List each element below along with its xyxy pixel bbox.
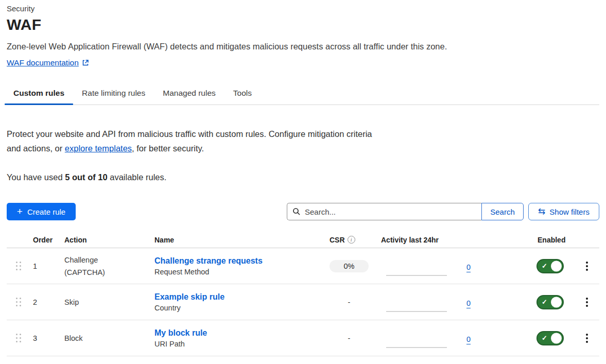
doc-link-label: WAF documentation [7,58,79,67]
show-filters-label: Show filters [549,207,590,216]
waf-tabs: Custom rules Rate limiting rules Managed… [5,85,599,105]
create-rule-label: Create rule [27,207,65,216]
rule-order: 3 [33,334,64,342]
rule-row-3: 3 Block My block rule URI Path - 0 ✓ [7,320,599,356]
rule-name-link[interactable]: Challenge strange requests [154,256,263,266]
rule-criteria: Request Method [154,268,324,276]
explore-templates-link[interactable]: explore templates [65,144,132,153]
check-icon: ✓ [542,298,547,306]
rules-toolbar: + Create rule Search ⇆ Show filt [7,203,599,220]
search-group: Search [287,203,524,220]
activity-sparkline [386,275,447,276]
check-icon: ✓ [542,262,547,270]
table-header-row: Order Action Name CSR i Activity last 24… [7,232,599,248]
custom-rules-table: Order Action Name CSR i Activity last 24… [7,232,599,356]
csr-empty: - [330,298,369,306]
rule-action: Skip [64,296,121,308]
waf-page: Security WAF Zone-level Web Application … [0,0,606,356]
rule-action: Challenge (CAPTCHA) [64,254,121,279]
rule-action: Block [64,332,121,344]
rule-enabled-toggle[interactable]: ✓ [536,295,564,309]
rule-name-link[interactable]: My block rule [154,328,207,338]
search-input[interactable] [287,203,481,220]
usage-text-after: available rules. [108,172,167,182]
rule-enabled-toggle[interactable]: ✓ [536,259,564,273]
row-menu-kebab-icon[interactable] [584,259,590,273]
page-title: WAF [7,16,599,33]
toggle-knob [551,297,562,307]
rule-enabled-toggle[interactable]: ✓ [536,331,564,345]
csr-info-icon[interactable]: i [348,236,355,244]
rule-order: 1 [33,262,64,270]
drag-handle-icon[interactable] [16,298,21,306]
rule-name-link[interactable]: Example skip rule [154,292,224,302]
plus-icon: + [17,206,23,216]
rule-order: 2 [33,298,64,306]
col-header-enabled: Enabled [538,236,581,244]
rule-row-1: 1 Challenge (CAPTCHA) Challenge strange … [7,248,599,284]
swap-arrows-icon: ⇆ [538,207,545,216]
custom-rules-intro: Protect your website and API from malici… [7,127,388,155]
waf-documentation-link[interactable]: WAF documentation [7,58,89,67]
col-header-order: Order [33,236,64,244]
toggle-knob [551,333,562,343]
row-menu-kebab-icon[interactable] [584,296,590,309]
external-link-icon [82,59,89,66]
check-icon: ✓ [542,334,547,342]
activity-count-link[interactable]: 0 [466,335,471,344]
drag-handle-icon[interactable] [16,334,21,342]
col-header-csr: CSR [330,236,345,244]
page-description: Zone-level Web Application Firewall (WAF… [7,42,599,51]
breadcrumb: Security [7,4,599,13]
drag-handle-icon[interactable] [16,262,21,270]
activity-count-link[interactable]: 0 [466,263,471,272]
rule-row-2: 2 Skip Example skip rule Country - 0 ✓ [7,284,599,320]
rule-criteria: URI Path [154,340,324,348]
toggle-knob [551,261,562,271]
col-header-activity: Activity last 24hr [381,236,534,244]
rule-criteria: Country [154,304,324,312]
csr-badge: 0% [330,260,369,272]
tab-managed-rules[interactable]: Managed rules [154,85,224,105]
row-menu-kebab-icon[interactable] [584,332,590,345]
csr-empty: - [330,334,369,342]
tab-custom-rules[interactable]: Custom rules [5,85,73,105]
intro-text-after: , for better security. [132,144,204,153]
col-header-action: Action [64,236,154,244]
tab-tools[interactable]: Tools [224,85,261,105]
usage-text-before: You have used [7,172,65,182]
activity-sparkline [386,347,447,348]
col-header-name: Name [154,236,324,244]
tab-rate-limiting-rules[interactable]: Rate limiting rules [73,85,154,105]
search-button[interactable]: Search [481,203,524,220]
search-icon [292,207,301,218]
activity-count-link[interactable]: 0 [466,299,471,308]
show-filters-button[interactable]: ⇆ Show filters [528,203,599,220]
activity-sparkline [386,311,447,312]
usage-count: 5 out of 10 [65,172,108,182]
rules-usage-text: You have used 5 out of 10 available rule… [7,172,599,182]
create-rule-button[interactable]: + Create rule [7,203,76,220]
